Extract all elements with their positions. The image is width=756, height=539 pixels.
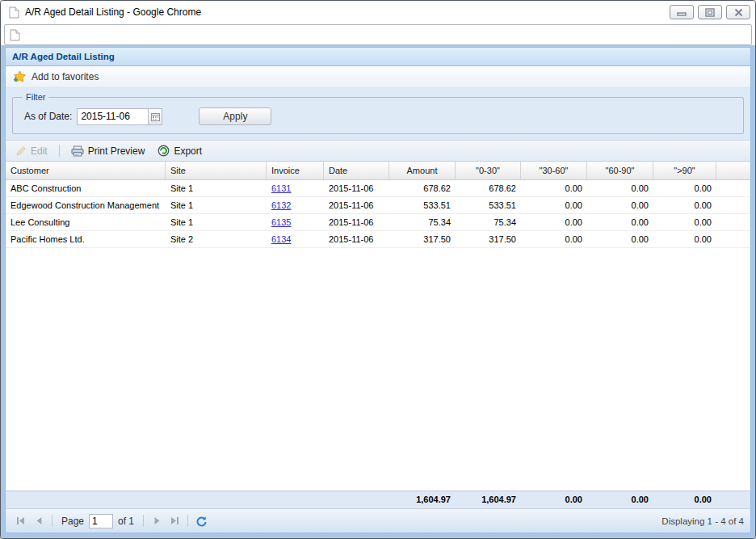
- export-label: Export: [174, 145, 202, 157]
- cell-site: Site 1: [166, 214, 267, 230]
- column-header-30-60[interactable]: "30-60": [521, 162, 587, 179]
- summary-60-90: 0.00: [587, 491, 653, 508]
- cell-90plus: 0.00: [653, 180, 716, 196]
- invoice-link[interactable]: 6134: [271, 234, 291, 244]
- cell-site: Site 1: [166, 180, 267, 196]
- pager-separator: [187, 515, 188, 527]
- table-row[interactable]: ABC Construction Site 1 6131 2015-11-06 …: [6, 180, 750, 197]
- print-preview-label: Print Preview: [88, 145, 145, 157]
- next-page-button[interactable]: [148, 512, 166, 530]
- column-header-spacer: [716, 162, 750, 179]
- favorites-bar: Add to favorites: [6, 66, 750, 88]
- action-toolbar: Edit Print Preview: [6, 141, 750, 162]
- refresh-icon: [195, 516, 207, 527]
- table-row[interactable]: Lee Consulting Site 1 6135 2015-11-06 75…: [6, 214, 750, 231]
- first-page-button[interactable]: [12, 512, 30, 530]
- restore-button[interactable]: [698, 5, 722, 19]
- paging-toolbar: Page of 1: [6, 508, 750, 533]
- document-icon: [9, 6, 19, 19]
- column-header-date[interactable]: Date: [324, 162, 389, 179]
- cell-0-30: 317.50: [456, 231, 521, 247]
- as-of-date-label: As of Date:: [24, 111, 72, 122]
- as-of-date-input[interactable]: [77, 108, 148, 125]
- edit-button[interactable]: Edit: [10, 144, 52, 158]
- cell-date: 2015-11-06: [324, 180, 389, 196]
- summary-90plus: 0.00: [653, 491, 716, 508]
- cell-date: 2015-11-06: [324, 231, 389, 247]
- column-header-customer[interactable]: Customer: [6, 162, 166, 179]
- grid-header-row: Customer Site Invoice Date Amount "0-30"…: [6, 162, 750, 180]
- print-preview-button[interactable]: Print Preview: [66, 144, 150, 158]
- printer-icon: [71, 145, 84, 157]
- table-row[interactable]: Pacific Homes Ltd. Site 2 6134 2015-11-0…: [6, 231, 750, 248]
- app-window: A/R Aged Detail Listing - Google Chrome …: [0, 0, 756, 539]
- column-header-60-90[interactable]: "60-90": [587, 162, 653, 179]
- pager-separator: [143, 515, 144, 527]
- cell-30-60: 0.00: [521, 231, 587, 247]
- next-page-icon: [153, 516, 161, 525]
- column-header-site[interactable]: Site: [166, 162, 267, 179]
- window-titlebar: A/R Aged Detail Listing - Google Chrome: [1, 1, 755, 23]
- cell-30-60: 0.00: [521, 180, 587, 196]
- table-row[interactable]: Edgewood Construction Management Site 1 …: [6, 197, 750, 214]
- first-page-icon: [16, 516, 26, 525]
- cell-date: 2015-11-06: [324, 197, 389, 213]
- cell-amount: 533.51: [389, 197, 456, 213]
- page-of-label: of 1: [118, 516, 134, 527]
- invoice-link[interactable]: 6132: [271, 200, 291, 210]
- column-header-amount[interactable]: Amount: [389, 162, 456, 179]
- cell-60-90: 0.00: [587, 197, 653, 213]
- cell-90plus: 0.00: [653, 214, 716, 230]
- column-header-0-30[interactable]: "0-30": [456, 162, 521, 179]
- apply-button[interactable]: Apply: [199, 107, 271, 125]
- add-to-favorites-link[interactable]: Add to favorites: [13, 70, 99, 83]
- pager-separator: [52, 515, 52, 527]
- summary-0-30: 1,604.97: [456, 491, 521, 508]
- last-page-icon: [170, 516, 179, 525]
- cell-0-30: 678.62: [456, 180, 521, 196]
- report-panel: A/R Aged Detail Listing Add to favorites…: [5, 47, 751, 533]
- invoice-link[interactable]: 6135: [271, 217, 291, 227]
- invoice-link[interactable]: 6131: [271, 183, 291, 193]
- cell-60-90: 0.00: [587, 180, 653, 196]
- cell-60-90: 0.00: [587, 231, 653, 247]
- browser-chrome-bar: [4, 24, 752, 45]
- panel-header: A/R Aged Detail Listing: [6, 48, 750, 66]
- calendar-icon: [151, 112, 160, 121]
- edit-label: Edit: [31, 145, 48, 157]
- cell-invoice: 6134: [267, 231, 324, 247]
- cell-amount: 678.62: [389, 180, 456, 196]
- last-page-button[interactable]: [166, 512, 183, 530]
- filter-fieldset: Filter As of Date:: [12, 92, 744, 134]
- column-header-90plus[interactable]: ">90": [653, 162, 716, 179]
- cell-30-60: 0.00: [521, 214, 587, 230]
- refresh-button[interactable]: [192, 512, 210, 530]
- cell-customer: Pacific Homes Ltd.: [6, 231, 166, 247]
- summary-amount: 1,604.97: [389, 491, 456, 508]
- pencil-icon: [15, 145, 27, 157]
- page-number-input[interactable]: [89, 514, 113, 528]
- add-to-favorites-label: Add to favorites: [32, 71, 99, 82]
- page-title: A/R Aged Detail Listing: [12, 52, 115, 61]
- export-button[interactable]: Export: [153, 143, 207, 158]
- cell-90plus: 0.00: [653, 197, 716, 213]
- minimize-button[interactable]: [670, 5, 694, 19]
- column-header-invoice[interactable]: Invoice: [267, 162, 324, 179]
- displaying-status: Displaying 1 - 4 of 4: [662, 516, 744, 526]
- close-button[interactable]: [726, 5, 750, 19]
- cell-invoice: 6131: [267, 180, 324, 196]
- page-icon: [10, 29, 20, 41]
- cell-site: Site 2: [166, 231, 267, 247]
- viewport: A/R Aged Detail Listing Add to favorites…: [1, 45, 755, 538]
- summary-30-60: 0.00: [521, 491, 587, 508]
- cell-amount: 317.50: [389, 231, 456, 247]
- cell-amount: 75.34: [389, 214, 456, 230]
- cell-0-30: 533.51: [456, 197, 521, 213]
- date-picker-trigger[interactable]: [148, 108, 162, 125]
- cell-0-30: 75.34: [456, 214, 521, 230]
- cell-customer: Lee Consulting: [6, 214, 166, 230]
- filter-legend: Filter: [23, 92, 48, 102]
- prev-page-icon: [36, 516, 43, 525]
- prev-page-button[interactable]: [30, 512, 48, 530]
- cell-30-60: 0.00: [521, 197, 587, 213]
